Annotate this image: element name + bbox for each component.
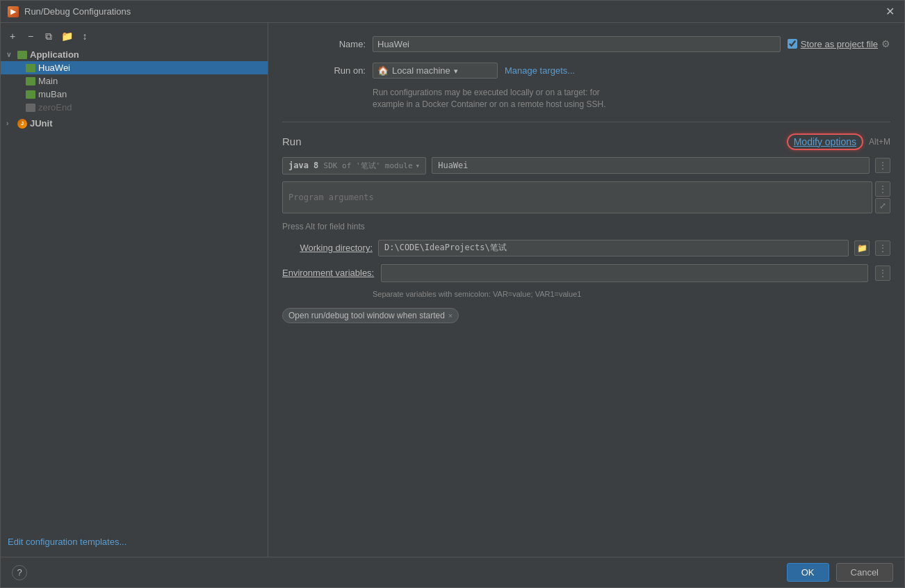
- env-vars-row: Environment variables: ⋮: [282, 263, 890, 283]
- cancel-button[interactable]: Cancel: [836, 563, 893, 582]
- tree-node-application[interactable]: ∨ Application: [1, 48, 268, 61]
- open-tool-window-chip: Open run/debug tool window when started …: [282, 308, 459, 323]
- tree-arrow-junit: ›: [6, 120, 15, 127]
- dialog-title: Run/Debug Configurations: [24, 6, 131, 17]
- home-icon: 🏠: [377, 65, 389, 76]
- help-button[interactable]: ?: [12, 565, 27, 580]
- sdk-row: java 8 SDK of '笔试' module ⋮: [282, 157, 890, 174]
- local-machine-label: Local machine: [392, 65, 450, 76]
- program-args-expand-btn[interactable]: ⤢: [875, 198, 890, 213]
- tree-item-muban-label: muBan: [38, 89, 67, 99]
- working-dir-row: Working directory: 📁 ⋮: [282, 240, 890, 256]
- sdk-version-label: java 8 SDK of '笔试' module: [288, 161, 413, 171]
- tree-item-main[interactable]: Main: [1, 74, 268, 88]
- hint-line1: Run configurations may be executed local…: [373, 87, 890, 99]
- close-button[interactable]: ✕: [883, 5, 897, 18]
- folder-config-button[interactable]: 📁: [59, 28, 74, 44]
- tree-junit-label: JUnit: [30, 118, 53, 129]
- left-panel: + − ⧉ 📁 ↕ ∨ Application HuaWei Main: [1, 23, 268, 557]
- run-on-row: Run on: 🏠 Local machine Manage targets..…: [282, 60, 890, 80]
- name-row: Name: Store as project file ⚙: [282, 34, 890, 54]
- tree-item-zeroend-label: zeroEnd: [38, 102, 72, 113]
- store-as-project-label: Store as project file: [801, 39, 878, 49]
- main-config-icon: [26, 77, 35, 85]
- huawei-config-icon: [26, 64, 35, 72]
- sdk-chevron: [416, 161, 421, 170]
- title-bar: ▶ Run/Debug Configurations ✕: [1, 1, 904, 23]
- modify-options-area: Modify options Alt+M: [787, 133, 890, 150]
- name-input[interactable]: [373, 36, 781, 52]
- working-dir-icon-btn[interactable]: ⋮: [875, 240, 890, 256]
- run-on-hint: Run configurations may be executed local…: [282, 87, 890, 111]
- program-args-input[interactable]: [282, 181, 872, 213]
- sort-config-button[interactable]: ↕: [77, 28, 92, 44]
- edit-templates-link[interactable]: Edit configuration templates...: [8, 537, 127, 547]
- working-dir-label: Working directory:: [282, 243, 373, 253]
- env-vars-input[interactable]: [381, 264, 868, 282]
- tree-item-huawei[interactable]: HuaWei: [1, 61, 268, 74]
- env-vars-icon-btn[interactable]: ⋮: [875, 266, 890, 281]
- sdk-suffix: SDK of '笔试' module: [324, 161, 413, 170]
- store-as-project-area: Store as project file ⚙: [788, 38, 890, 49]
- name-label: Name:: [282, 39, 366, 49]
- run-section-label: Run: [282, 136, 302, 147]
- copy-config-button[interactable]: ⧉: [41, 28, 56, 44]
- chip-close-button[interactable]: ×: [448, 311, 452, 320]
- right-panel: Name: Store as project file ⚙ Run on: 🏠 …: [268, 23, 904, 557]
- run-on-label: Run on:: [282, 65, 366, 76]
- tree-item-main-label: Main: [38, 76, 58, 86]
- modify-options-shortcut: Alt+M: [869, 137, 890, 147]
- run-on-chevron: [454, 65, 458, 76]
- main-class-browse-button[interactable]: ⋮: [875, 158, 890, 173]
- env-vars-hint: Separate variables with semicolon: VAR=v…: [282, 290, 890, 298]
- bottom-bar: ? OK Cancel: [1, 557, 904, 587]
- application-folder-icon: [17, 51, 27, 59]
- hint-line2: example in a Docker Container or on a re…: [373, 99, 890, 111]
- modify-options-button[interactable]: Modify options: [787, 133, 863, 150]
- manage-targets-link[interactable]: Manage targets...: [505, 65, 575, 76]
- tree-item-zeroend[interactable]: zeroEnd: [1, 101, 268, 114]
- chips-row: Open run/debug tool window when started …: [282, 305, 890, 326]
- zeroend-config-icon: [26, 104, 35, 112]
- junit-icon: J: [17, 119, 27, 129]
- main-content: + − ⧉ 📁 ↕ ∨ Application HuaWei Main: [1, 23, 904, 557]
- run-on-select[interactable]: 🏠 Local machine: [373, 63, 498, 79]
- section-divider: [282, 122, 890, 122]
- ok-button[interactable]: OK: [787, 563, 829, 582]
- working-dir-browse-btn[interactable]: 📁: [854, 240, 870, 256]
- press-alt-hint: Press Alt for field hints: [282, 220, 890, 233]
- tree-node-junit[interactable]: › J JUnit: [1, 117, 268, 130]
- add-config-button[interactable]: +: [5, 28, 20, 44]
- left-toolbar: + − ⧉ 📁 ↕: [1, 27, 268, 48]
- dialog-icon: ▶: [8, 6, 19, 17]
- store-as-project-checkbox[interactable]: [788, 39, 797, 49]
- program-args-row: ⋮ ⤢: [282, 181, 890, 213]
- sdk-select[interactable]: java 8 SDK of '笔试' module: [282, 157, 426, 174]
- program-args-icon-btn[interactable]: ⋮: [875, 181, 890, 197]
- tree-item-muban[interactable]: muBan: [1, 88, 268, 101]
- chip-label: Open run/debug tool window when started: [288, 311, 445, 320]
- main-class-input[interactable]: [432, 157, 870, 174]
- run-debug-dialog: ▶ Run/Debug Configurations ✕ + − ⧉ 📁 ↕ ∨…: [0, 0, 905, 588]
- tree-arrow-application: ∨: [6, 51, 15, 58]
- env-vars-label: Environment variables:: [282, 268, 374, 278]
- muban-config-icon: [26, 90, 35, 99]
- tree-item-huawei-label: HuaWei: [38, 63, 70, 73]
- tree-application-label: Application: [30, 49, 79, 60]
- store-gear-icon[interactable]: ⚙: [881, 38, 890, 49]
- run-section-header: Run Modify options Alt+M: [282, 133, 890, 150]
- working-dir-input[interactable]: [378, 240, 849, 256]
- remove-config-button[interactable]: −: [23, 28, 38, 44]
- left-bottom: Edit configuration templates...: [1, 531, 268, 553]
